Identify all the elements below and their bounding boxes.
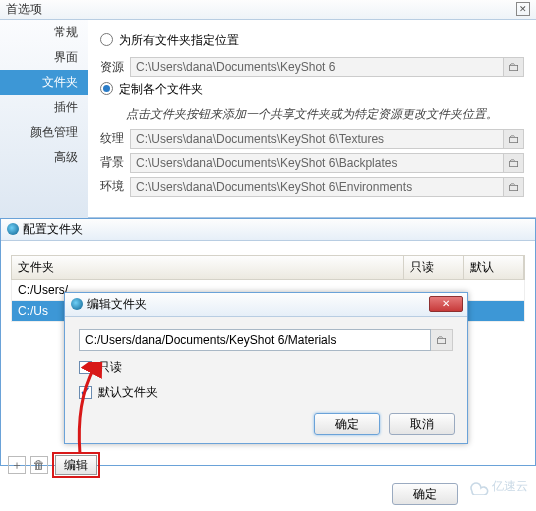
annotation-highlight: 编辑 (52, 452, 100, 478)
cancel-button[interactable]: 取消 (389, 413, 455, 435)
option-customize-folders[interactable]: 定制各个文件夹 (100, 81, 524, 98)
sidebar-item-advanced[interactable]: 高级 (0, 145, 88, 170)
path-env[interactable]: C:\Users\dana\Documents\KeyShot 6\Enviro… (130, 177, 504, 197)
default-checkbox[interactable]: 默认文件夹 (79, 384, 453, 401)
folder-path-input[interactable] (79, 329, 431, 351)
preferences-window: 首选项 ✕ 常规 界面 文件夹 插件 颜色管理 高级 为所有文件夹指定位置 资源… (0, 0, 536, 218)
row-label-backplate: 背景 (100, 154, 130, 171)
path-backplate[interactable]: C:\Users\dana\Documents\KeyShot 6\Backpl… (130, 153, 504, 173)
edit-dialog-title: 编辑文件夹 ✕ (65, 293, 467, 317)
option-all-folders[interactable]: 为所有文件夹指定位置 (100, 32, 524, 49)
path-resource[interactable]: C:\Users\dana\Documents\KeyShot 6 (130, 57, 504, 77)
close-icon[interactable]: ✕ (516, 2, 530, 16)
path-texture[interactable]: C:\Users\dana\Documents\KeyShot 6\Textur… (130, 129, 504, 149)
table-header: 文件夹 只读 默认 (11, 255, 525, 280)
sidebar-item-plugins[interactable]: 插件 (0, 95, 88, 120)
keyshot-icon (71, 298, 83, 310)
col-folder[interactable]: 文件夹 (12, 256, 404, 279)
folder-icon[interactable]: 🗀 (504, 129, 524, 149)
row-label-texture: 纹理 (100, 130, 130, 147)
ok-button[interactable]: 确定 (314, 413, 380, 435)
ok-button[interactable]: 确定 (392, 483, 458, 505)
sidebar-item-general[interactable]: 常规 (0, 20, 88, 45)
readonly-checkbox[interactable]: 只读 (79, 359, 453, 376)
help-text: 点击文件夹按钮来添加一个共享文件夹或为特定资源更改文件夹位置。 (126, 106, 524, 123)
keyshot-icon (7, 223, 19, 235)
col-default[interactable]: 默认 (464, 256, 524, 279)
folder-icon[interactable]: 🗀 (504, 153, 524, 173)
watermark: 亿速云 (466, 478, 528, 495)
config-title: 配置文件夹 (1, 219, 535, 241)
folder-icon[interactable]: 🗀 (504, 177, 524, 197)
edit-folder-dialog: 编辑文件夹 ✕ 🗀 只读 默认文件夹 确定 取消 (64, 292, 468, 444)
col-readonly[interactable]: 只读 (404, 256, 464, 279)
add-icon[interactable]: ＋ (8, 456, 26, 474)
preferences-sidebar: 常规 界面 文件夹 插件 颜色管理 高级 (0, 20, 88, 218)
delete-icon[interactable]: 🗑 (30, 456, 48, 474)
checkbox-icon (79, 361, 92, 374)
folder-icon[interactable]: 🗀 (431, 329, 453, 351)
config-toolbar: ＋ 🗑 编辑 (8, 452, 100, 478)
sidebar-item-folders[interactable]: 文件夹 (0, 70, 88, 95)
footer: 确定 (386, 483, 458, 505)
sidebar-item-color[interactable]: 颜色管理 (0, 120, 88, 145)
radio-icon (100, 82, 113, 95)
radio-icon (100, 33, 113, 46)
sidebar-item-interface[interactable]: 界面 (0, 45, 88, 70)
row-label-resource: 资源 (100, 59, 130, 76)
preferences-content: 为所有文件夹指定位置 资源 C:\Users\dana\Documents\Ke… (88, 20, 536, 217)
close-button[interactable]: ✕ (429, 296, 463, 312)
folder-icon[interactable]: 🗀 (504, 57, 524, 77)
preferences-title: 首选项 (0, 0, 536, 20)
checkbox-icon (79, 386, 92, 399)
row-label-env: 环境 (100, 178, 130, 195)
edit-button[interactable]: 编辑 (55, 455, 97, 475)
